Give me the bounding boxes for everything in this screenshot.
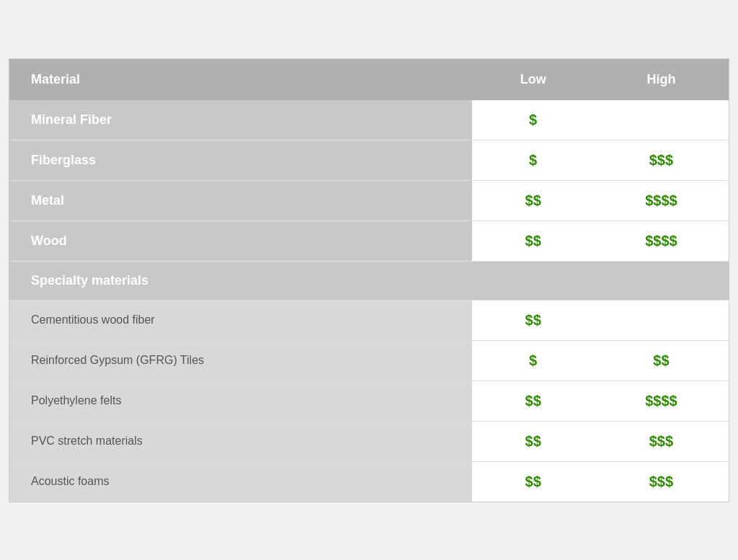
price-value: $$: [653, 352, 669, 368]
price-value: $$$: [649, 474, 673, 489]
price-value: $$: [525, 192, 541, 208]
material-cell: Wood: [9, 221, 472, 261]
material-cell: Metal: [9, 180, 472, 221]
table-row: Mineral Fiber$: [9, 100, 729, 141]
table-row: Acoustic foams$$$$$: [9, 461, 729, 502]
table-header-row: Material Low High: [9, 59, 729, 100]
specialty-low-price-cell: $$: [472, 461, 593, 502]
header-high: High: [594, 59, 729, 100]
specialty-header-low: [472, 261, 593, 300]
specialty-low-price-cell: $$: [472, 421, 593, 461]
specialty-high-price-cell: $$: [594, 340, 729, 381]
table-row: Reinforced Gypsum (GFRG) Tiles$$$: [9, 340, 729, 381]
price-value: $$$: [649, 433, 673, 449]
table-row: Polyethylene felts$$$$$$: [9, 381, 729, 421]
pricing-table: Material Low High Mineral Fiber$Fibergla…: [9, 59, 729, 502]
specialty-header-label: Specialty materials: [9, 261, 472, 300]
pricing-table-wrapper: Material Low High Mineral Fiber$Fibergla…: [9, 58, 729, 502]
specialty-high-price-cell: [594, 300, 729, 340]
price-value: $$: [525, 393, 541, 409]
specialty-material-cell: Cementitious wood fiber: [9, 300, 472, 340]
specialty-low-price-cell: $$: [472, 381, 593, 421]
table-row: Fiberglass$$$$: [9, 140, 729, 180]
high-price-cell: $$$$: [594, 221, 729, 261]
low-price-cell: $: [472, 100, 593, 141]
low-price-cell: $: [472, 140, 593, 180]
price-value: $$$: [649, 152, 673, 168]
material-cell: Mineral Fiber: [9, 100, 472, 141]
price-value: $: [529, 152, 537, 168]
specialty-material-cell: Acoustic foams: [9, 461, 472, 502]
price-value: $$$$: [645, 393, 677, 409]
specialty-high-price-cell: $$$: [594, 421, 729, 461]
price-value: $$$$: [645, 192, 677, 208]
header-low: Low: [472, 59, 593, 100]
high-price-cell: [594, 100, 729, 141]
high-price-cell: $$$: [594, 140, 729, 180]
specialty-header-row: Specialty materials: [9, 261, 729, 300]
specialty-material-cell: Polyethylene felts: [9, 381, 472, 421]
header-material: Material: [9, 59, 472, 100]
table-row: PVC stretch materials$$$$$: [9, 421, 729, 461]
material-cell: Fiberglass: [9, 140, 472, 180]
specialty-low-price-cell: $: [472, 340, 593, 381]
high-price-cell: $$$$: [594, 180, 729, 221]
specialty-header-high: [594, 261, 729, 300]
price-value: $: [529, 112, 537, 128]
specialty-high-price-cell: $$$: [594, 461, 729, 502]
low-price-cell: $$: [472, 221, 593, 261]
table-row: Wood$$$$$$: [9, 221, 729, 261]
price-value: $: [529, 352, 537, 368]
price-value: $$$$: [645, 233, 677, 249]
table-row: Metal$$$$$$: [9, 180, 729, 221]
price-value: $$: [525, 433, 541, 449]
price-value: $$: [525, 474, 541, 489]
specialty-material-cell: Reinforced Gypsum (GFRG) Tiles: [9, 340, 472, 381]
price-value: $$: [525, 233, 541, 249]
low-price-cell: $$: [472, 180, 593, 221]
table-row: Cementitious wood fiber$$: [9, 300, 729, 340]
specialty-material-cell: PVC stretch materials: [9, 421, 472, 461]
specialty-high-price-cell: $$$$: [594, 381, 729, 421]
specialty-low-price-cell: $$: [472, 300, 593, 340]
price-value: $$: [525, 312, 541, 328]
